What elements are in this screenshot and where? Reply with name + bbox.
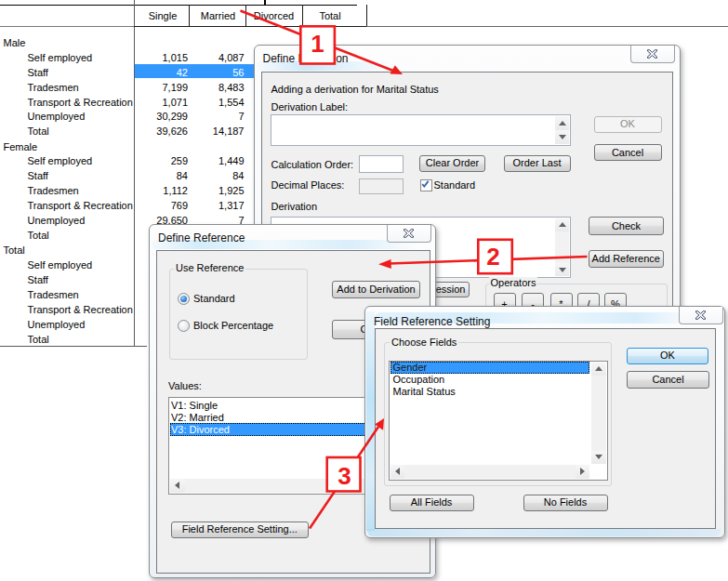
svg-text:2: 2	[486, 243, 499, 271]
svg-text:1: 1	[311, 30, 324, 58]
svg-text:3: 3	[338, 462, 351, 490]
